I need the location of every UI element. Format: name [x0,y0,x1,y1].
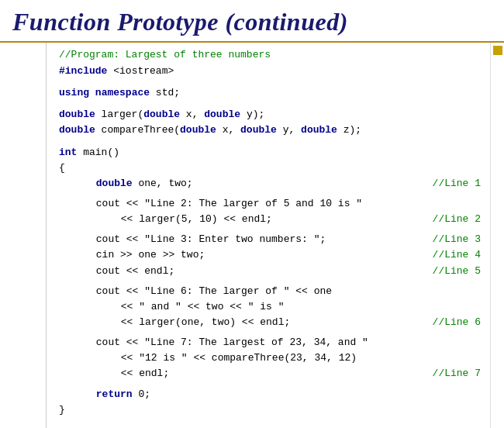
line7b: << "12 is " << compareThree(23, 34, 12) [59,350,481,366]
right-scrollbar[interactable] [490,43,504,428]
return-line: return 0; [59,387,481,402]
line2b: << larger(5, 10) << endl; //Line 2 [59,212,481,227]
code-block: #include <iostream> using namespace std;… [59,64,481,418]
line6c: << larger(one, two) << endl; //Line 6 [59,315,481,330]
line4: cin >> one >> two; //Line 4 [59,247,481,263]
line2a: cout << "Line 2: The larger of 5 and 10 … [59,196,481,212]
line3: cout << "Line 3: Enter two numbers: "; /… [59,232,481,247]
main-content: //Program: Largest of three numbers #inc… [47,43,490,428]
line6a: cout << "Line 6: The larger of " << one [59,284,481,299]
line1: double one, two; //Line 1 [59,176,481,192]
proto2-line: double compareThree(double x, double y, … [59,123,481,138]
program-comment: //Program: Largest of three numbers [59,49,481,60]
close-brace-line: } [59,402,481,418]
content-area: //Program: Largest of three numbers #inc… [0,43,504,428]
main-line: int main() [59,145,481,160]
include-line: #include <iostream> [59,64,481,79]
page: Function Prototype (continued) //Program… [0,0,504,428]
line5: cout << endl; //Line 5 [59,264,481,279]
line6b: << " and " << two << " is " [59,299,481,315]
header: Function Prototype (continued) [0,0,504,43]
scroll-thumb[interactable] [493,46,502,55]
page-title: Function Prototype (continued) [12,8,492,36]
open-brace-line: { [59,160,481,176]
proto1-line: double larger(double x, double y); [59,107,481,123]
line7a: cout << "Line 7: The largest of 23, 34, … [59,335,481,350]
left-gutter [0,43,47,428]
using-line: using namespace std; [59,85,481,101]
line7c: << endl; //Line 7 [59,366,481,381]
